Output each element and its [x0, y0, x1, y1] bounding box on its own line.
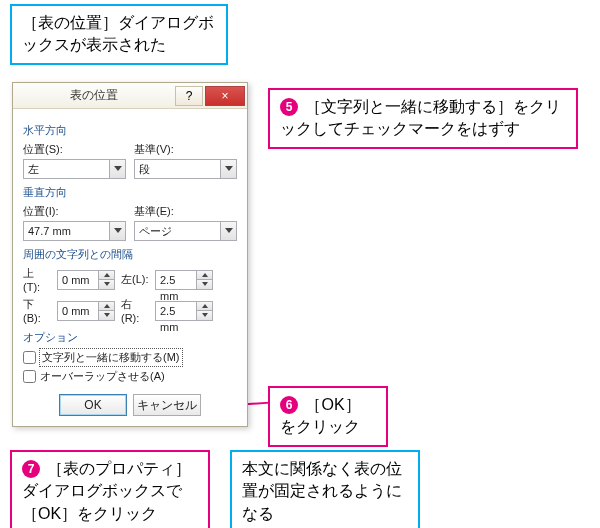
chevron-down-icon	[109, 222, 125, 240]
help-button[interactable]: ?	[175, 86, 203, 106]
titlebar[interactable]: 表の位置 ? ×	[13, 83, 247, 109]
label-horiz-pos: 位置(S):	[23, 142, 126, 157]
combo-value: 47.7 mm	[24, 222, 109, 240]
table-position-dialog: 表の位置 ? × 水平方向 位置(S): 左 基準(V): 段 垂直方向	[12, 82, 248, 427]
chevron-down-icon	[109, 160, 125, 178]
group-margins: 周囲の文字列との間隔	[23, 247, 237, 262]
spin-value: 0 mm	[58, 302, 98, 320]
combo-horiz-pos[interactable]: 左	[23, 159, 126, 179]
callout-dialog-shown: ［表の位置］ダイアログボックスが表示された	[10, 4, 228, 65]
checkbox-overlap[interactable]	[23, 370, 36, 383]
label-vert-base: 基準(E):	[134, 204, 237, 219]
close-icon: ×	[221, 89, 228, 103]
combo-vert-pos[interactable]: 47.7 mm	[23, 221, 126, 241]
combo-horiz-base[interactable]: 段	[134, 159, 237, 179]
spin-margin-bottom[interactable]: 0 mm	[57, 301, 115, 321]
spin-margin-top[interactable]: 0 mm	[57, 270, 115, 290]
callout-step5: 5 ［文字列と一緒に移動する］をクリックしてチェックマークをはずす	[268, 88, 578, 149]
step-badge-5: 5	[280, 98, 298, 116]
cancel-button[interactable]: キャンセル	[133, 394, 201, 416]
combo-value: 左	[24, 160, 109, 178]
label-move-with-text: 文字列と一緒に移動する(M)	[40, 349, 182, 366]
checkbox-move-with-text[interactable]	[23, 351, 36, 364]
chevron-down-icon[interactable]	[98, 310, 114, 320]
label-vert-pos: 位置(I):	[23, 204, 126, 219]
label-margin-top: 上(T):	[23, 266, 51, 293]
group-vertical: 垂直方向	[23, 185, 237, 200]
combo-value: ページ	[135, 222, 220, 240]
callout-step7: 7 ［表のプロパティ］ダイアログボックスで［OK］をクリック	[10, 450, 210, 528]
dialog-body: 水平方向 位置(S): 左 基準(V): 段 垂直方向 位置(I):	[13, 109, 247, 426]
combo-vert-base[interactable]: ページ	[134, 221, 237, 241]
label-horiz-base: 基準(V):	[134, 142, 237, 157]
spin-margin-right[interactable]: 2.5 mm	[155, 301, 213, 321]
chevron-up-icon[interactable]	[98, 271, 114, 280]
group-horizontal: 水平方向	[23, 123, 237, 138]
step-badge-6: 6	[280, 396, 298, 414]
label-overlap: オーバーラップさせる(A)	[40, 369, 165, 384]
chevron-down-icon[interactable]	[98, 279, 114, 289]
chevron-down-icon[interactable]	[196, 310, 212, 320]
chevron-down-icon	[220, 222, 236, 240]
button-label: キャンセル	[137, 397, 197, 414]
spin-margin-left[interactable]: 2.5 mm	[155, 270, 213, 290]
callout-text: ［表のプロパティ］ダイアログボックスで［OK］をクリック	[22, 460, 191, 522]
group-options: オプション	[23, 330, 237, 345]
callout-text: ［文字列と一緒に移動する］をクリックしてチェックマークをはずす	[280, 98, 561, 137]
combo-value: 段	[135, 160, 220, 178]
label-margin-left: 左(L):	[121, 272, 149, 287]
ok-button[interactable]: OK	[59, 394, 127, 416]
callout-text: ［表の位置］ダイアログボックスが表示された	[22, 14, 214, 53]
label-margin-bottom: 下(B):	[23, 297, 51, 324]
chevron-up-icon[interactable]	[196, 271, 212, 280]
button-label: OK	[84, 398, 101, 412]
callout-fixed-pos: 本文に関係なく表の位置が固定されるようになる	[230, 450, 420, 528]
chevron-down-icon[interactable]	[196, 279, 212, 289]
spin-value: 0 mm	[58, 271, 98, 289]
spin-value: 2.5 mm	[156, 271, 196, 289]
chevron-up-icon[interactable]	[196, 302, 212, 311]
help-icon: ?	[186, 89, 193, 103]
callout-text: 本文に関係なく表の位置が固定されるようになる	[242, 460, 402, 522]
dialog-title: 表の位置	[13, 87, 175, 104]
chevron-down-icon	[220, 160, 236, 178]
step-badge-7: 7	[22, 460, 40, 478]
callout-step6: 6 ［OK］をクリック	[268, 386, 388, 447]
close-button[interactable]: ×	[205, 86, 245, 106]
spin-value: 2.5 mm	[156, 302, 196, 320]
chevron-up-icon[interactable]	[98, 302, 114, 311]
label-margin-right: 右(R):	[121, 297, 149, 324]
